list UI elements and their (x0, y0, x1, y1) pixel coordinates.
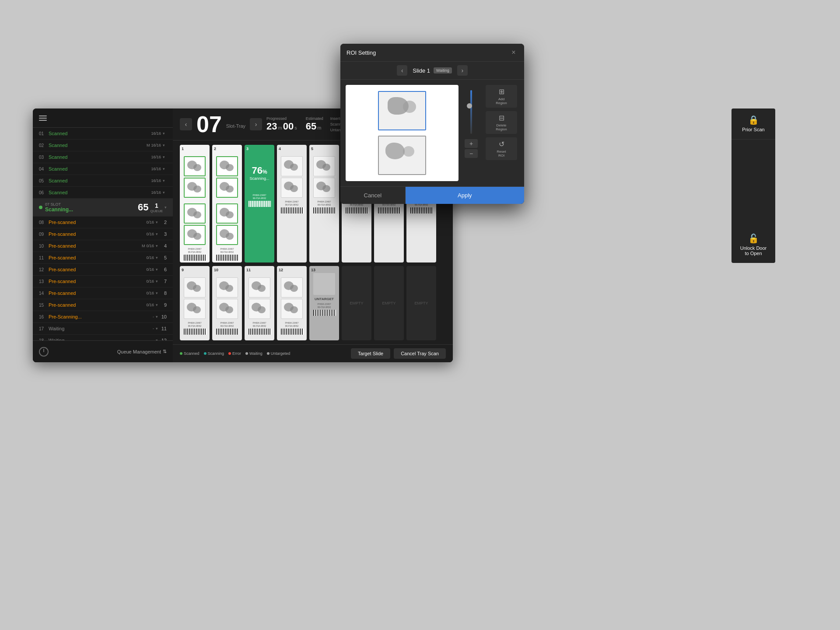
prior-scan-button[interactable]: 🔒 Prior Scan (732, 108, 775, 140)
slot-tray-number: 07 (196, 113, 222, 136)
slot-queue: 2 (160, 220, 167, 225)
slot-queue: 7 (160, 279, 167, 284)
slot-arrow: ▾ (163, 131, 165, 136)
reset-roi-icon: ↺ (499, 140, 504, 148)
barcode-area: PH694-2348796-FSA-9R62 (248, 194, 270, 207)
sidebar-slot-16[interactable]: 16 Pre-Scanning... - ▾ 10 (33, 311, 173, 323)
roi-region-2[interactable] (378, 136, 426, 175)
roi-region-1[interactable] (378, 91, 426, 130)
prev-slot-button[interactable]: ‹ (180, 118, 192, 130)
untarget-label: UNTARGET (315, 297, 334, 301)
cell-blob-1 (226, 164, 234, 171)
slide-thumb (313, 273, 335, 295)
barcode-image (410, 207, 433, 214)
legend-dot (204, 352, 206, 355)
roi-cancel-button[interactable]: Cancel (340, 187, 406, 204)
cell-blob-1 (193, 233, 201, 240)
slot-num: 11 (39, 256, 49, 260)
slide-card-11[interactable]: 11 PH694-2348796-FSA-9R62 (245, 266, 274, 340)
sidebar-slot-09[interactable]: 09 Pre-scanned 0/16 ▾ 3 (33, 228, 173, 240)
roi-slider-area: + − (463, 85, 480, 181)
slide-card-1[interactable]: 1 PH694-2348796-FSA-9R62 (180, 145, 210, 262)
add-region-icon: ⊞ (499, 88, 504, 96)
slot-tray-label: Slot-Tray (226, 123, 245, 129)
sidebar-slot-03[interactable]: 03 Scanned 16/16 ▾ (33, 151, 173, 163)
barcode-image (346, 207, 368, 214)
roi-close-button[interactable]: × (509, 48, 518, 57)
legend-label: Scanned (184, 351, 200, 356)
barcode-text: PH694-2348796-FSA-9R62 (248, 322, 270, 328)
roi-zoom-out-button[interactable]: − (465, 149, 478, 158)
sidebar-slot-01[interactable]: 01 Scanned 16/16 ▾ (33, 128, 173, 140)
slide-card-13[interactable]: 13 UNTARGET PH694-2348796-FSA-9R62 (309, 266, 339, 340)
sidebar-slot-07[interactable]: 07 SLOT Scanning... 65 1 QUEUE ▾ (33, 199, 173, 217)
sidebar-slot-08[interactable]: 08 Pre-scanned 0/16 ▾ 2 (33, 217, 173, 228)
slot-queue-info: 1 QUEUE (150, 202, 163, 213)
slide-card-10[interactable]: 10 PH694-2348796-FSA-9R62 (212, 266, 242, 340)
slide-card-[interactable]: EMPTY (374, 266, 404, 340)
sidebar-slot-18[interactable]: 18 Waiting - ▾ 12 (33, 335, 173, 340)
slot-num: 15 (39, 303, 49, 308)
queue-management-label: Queue Management (117, 349, 161, 354)
barcode-text: PH694-2348796-FSA-9R62 (281, 322, 303, 328)
barcode-area: PH694-2348796-FSA-9R62 (184, 248, 206, 261)
roi-zoom-in-button[interactable]: + (465, 139, 478, 148)
cancel-tray-scan-button[interactable]: Cancel Tray Scan (394, 348, 446, 359)
slide-thumb-1 (184, 203, 206, 224)
sidebar-slot-17[interactable]: 17 Waiting - ▾ 11 (33, 323, 173, 335)
slide-card-4[interactable]: 4 PH694-2348796-FSA-9R62 (277, 145, 307, 262)
sidebar-slot-05[interactable]: 05 Scanned 16/16 ▾ (33, 175, 173, 187)
slide-thumb-1 (216, 203, 238, 224)
power-button[interactable] (39, 347, 49, 357)
sidebar-slot-10[interactable]: 10 Pre-scanned M 0/16 ▾ 4 (33, 240, 173, 252)
sidebar-slot-02[interactable]: 02 Scanned M 16/16 ▾ (33, 140, 173, 151)
menu-icon[interactable] (39, 116, 47, 121)
reset-roi-label: ResetROI (497, 150, 506, 158)
slot-status: Waiting (49, 326, 153, 331)
next-slot-button[interactable]: › (250, 118, 262, 130)
roi-slider-track[interactable] (470, 90, 472, 134)
sidebar-slot-04[interactable]: 04 Scanned 16/16 ▾ (33, 163, 173, 175)
slide-thumb-2 (281, 299, 303, 319)
cell-blob-1 (290, 306, 298, 313)
roi-slider-thumb[interactable] (467, 103, 472, 108)
slot-arrow: ▾ (156, 267, 158, 272)
sidebar-slot-11[interactable]: 11 Pre-scanned 0/16 ▾ 5 (33, 252, 173, 264)
slot-count: - (153, 338, 154, 340)
roi-nav: ‹ Slide 1 Waiting › (340, 62, 524, 80)
legend-dot (228, 352, 231, 355)
sidebar-slot-15[interactable]: 15 Pre-scanned 0/16 ▾ 9 (33, 299, 173, 311)
cell-blob-1 (258, 285, 266, 292)
slide-card-5[interactable]: 5 PH694-2348796-FSA-9R62 (309, 145, 339, 262)
target-slide-button[interactable]: Target Slide (351, 348, 390, 359)
scanning-info: 07 SLOT Scanning... (45, 202, 138, 213)
slide-card-9[interactable]: 9 PH694-2348796-FSA-9R62 (180, 266, 210, 340)
delete-region-button[interactable]: ⊟ DeleteRegion (486, 111, 517, 134)
roi-header: ROI Setting × (340, 44, 524, 62)
unlock-door-button[interactable]: 🔓 Unlock Doorto Open (732, 227, 775, 263)
slide-thumb-2 (184, 225, 206, 245)
sidebar-slot-13[interactable]: 13 Pre-scanned 0/16 ▾ 7 (33, 276, 173, 287)
queue-management-button[interactable]: Queue Management ⇅ (117, 349, 167, 354)
slide-card-2[interactable]: 2 PH694-2348796-FSA-9R62 (212, 145, 242, 262)
sidebar-slot-14[interactable]: 14 Pre-scanned 0/16 ▾ 8 (33, 287, 173, 299)
slide-num: 10 (214, 268, 218, 272)
sidebar-slot-06[interactable]: 06 Scanned 16/16 ▾ (33, 187, 173, 199)
roi-apply-button[interactable]: Apply (406, 187, 524, 204)
reset-roi-button[interactable]: ↺ ResetROI (486, 137, 517, 160)
slot-num: 10 (39, 244, 49, 248)
barcode-text: PH694-2348796-FSA-9R62 (313, 303, 335, 309)
sidebar-slot-12[interactable]: 12 Pre-scanned 0/16 ▾ 6 (33, 264, 173, 276)
cell-blob-1 (322, 185, 330, 192)
roi-next-button[interactable]: › (457, 65, 468, 76)
slide-card-[interactable]: EMPTY (406, 266, 436, 340)
slide-card-3[interactable]: 3 76% Scanning... PH694-2348796-FSA-9R62 (245, 145, 274, 262)
slide-card-[interactable]: EMPTY (342, 266, 371, 340)
slot-queue: 6 (160, 267, 167, 272)
barcode-area: PH694-2348796-FSA-9R62 (313, 303, 335, 316)
slide-thumb-1 (281, 277, 303, 298)
slide-card-12[interactable]: 12 PH694-2348796-FSA-9R62 (277, 266, 307, 340)
slide-thumb-1 (248, 277, 270, 298)
add-region-button[interactable]: ⊞ AddRegion (486, 85, 517, 108)
roi-prev-button[interactable]: ‹ (397, 65, 407, 76)
